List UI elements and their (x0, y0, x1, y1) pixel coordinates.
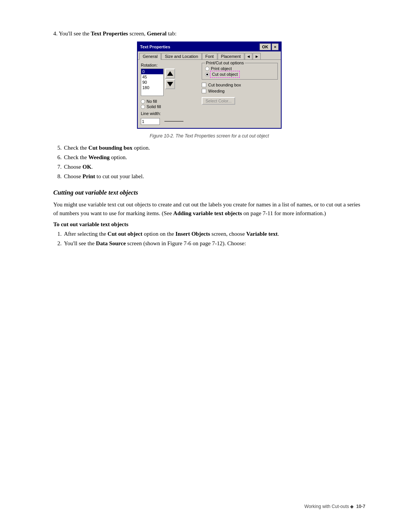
step4-intro: 4. You'll see the Text Properties screen… (53, 30, 365, 37)
cut-bounding-box-checkbox[interactable] (202, 83, 206, 87)
footer-text: Working with Cut-outs ◆ 10-7 (304, 504, 365, 509)
tab-scroll-left[interactable]: ◄ (245, 53, 253, 59)
line-sample (164, 121, 183, 121)
cut-out-object-radio[interactable] (205, 72, 209, 77)
step-8: 8. Choose Print to cut out your label. (53, 173, 365, 180)
select-color-button[interactable]: Select Color... (202, 97, 235, 105)
no-fill-option[interactable]: No fill (141, 99, 198, 104)
print-cut-options: Print object Cut out object (205, 65, 274, 77)
dialog-content: Rotation: 0 45 90 180 (138, 60, 281, 128)
text-properties-dialog: Text Properties OK × General Size and Lo… (137, 42, 282, 129)
rotation-item-0[interactable]: 0 (141, 69, 163, 74)
step-7: 7. Choose OK. (53, 164, 365, 170)
line-width-display (141, 117, 198, 125)
weeding-checkbox[interactable] (202, 89, 206, 93)
sub-steps-list: 1. After selecting the Cut out object op… (53, 231, 365, 247)
titlebar-buttons: OK × (260, 43, 279, 50)
section-body-end: on page 7-11 for more information.) (242, 210, 326, 216)
rotation-item-90[interactable]: 90 (141, 80, 163, 85)
solid-fill-radio[interactable] (141, 105, 145, 109)
rotation-arrows (165, 69, 175, 89)
select-color-container: Select Color... (202, 96, 278, 105)
dialog-title: Text Properties (140, 45, 170, 49)
print-object-option[interactable]: Print object (205, 66, 274, 71)
rotate-up-button[interactable] (165, 69, 175, 78)
steps-list: 5. Check the Cut bounding box option. 6.… (53, 145, 365, 180)
sub-step2-content: You'll see the Data Source screen (shown… (64, 240, 246, 247)
print-object-label: Print object (211, 66, 232, 71)
no-fill-radio[interactable] (141, 99, 145, 104)
step-6: 6. Check the Weeding option. (53, 154, 365, 161)
general-bold: General (147, 30, 167, 37)
cut-out-object-option[interactable]: Cut out object (205, 72, 274, 77)
section-body: You might use variable text cut out obje… (53, 200, 365, 217)
print-cut-group: Print/Cut out options Print object Cut o… (202, 63, 278, 80)
sub-step-2: 2. You'll see the Data Source screen (sh… (53, 240, 365, 247)
section-body-bold: Adding variable text objects (173, 210, 242, 216)
dialog-close-button[interactable]: × (272, 43, 279, 50)
fill-options: No fill Solid fill (141, 99, 198, 109)
step5-num: 5. (53, 145, 62, 151)
solid-fill-option[interactable]: Solid fill (141, 104, 198, 109)
tab-general[interactable]: General (139, 53, 161, 60)
weeding-label: Weeding (208, 89, 225, 93)
step4-text: 4. You'll see the (53, 30, 91, 37)
step4-mid: screen, (128, 30, 147, 37)
section-heading: Cutting out variable text objects (53, 189, 365, 197)
step7-num: 7. (53, 164, 62, 170)
text-properties-bold: Text Properties (91, 30, 128, 37)
sub-heading: To cut out variable text objects (53, 221, 365, 228)
tab-placement[interactable]: Placement (218, 53, 244, 59)
dialog-left-panel: Rotation: 0 45 90 180 (141, 63, 198, 125)
step6-num: 6. (53, 154, 62, 161)
step8-content: Choose Print to cut out your label. (64, 173, 144, 180)
cut-out-object-label: Cut out object (211, 72, 239, 77)
dialog-titlebar: Text Properties OK × (138, 42, 281, 51)
solid-fill-label: Solid fill (147, 104, 161, 109)
line-width-section: Line width: (141, 111, 198, 125)
rotation-area: 0 45 90 180 (141, 69, 198, 96)
page-footer: Working with Cut-outs ◆ 10-7 (304, 504, 365, 509)
rotate-down-button[interactable] (165, 79, 175, 89)
rotation-label: Rotation: (141, 63, 198, 67)
cut-bounding-box-label: Cut bounding box (208, 83, 241, 87)
print-cut-legend: Print/Cut out options (205, 61, 245, 65)
print-object-radio[interactable] (205, 67, 209, 71)
line-width-input[interactable] (141, 118, 160, 125)
sub-step-1: 1. After selecting the Cut out object op… (53, 231, 365, 237)
sub-step1-num: 1. (53, 231, 62, 237)
step5-content: Check the Cut bounding box option. (64, 145, 150, 151)
tab-size-location[interactable]: Size and Location (161, 53, 201, 59)
cut-bounding-box-option[interactable]: Cut bounding box (202, 83, 278, 87)
arrow-up-icon (167, 71, 173, 76)
dialog-tabs: General Size and Location Font Placement… (138, 51, 281, 60)
tab-font[interactable]: Font (202, 53, 217, 59)
page-number: 10-7 (356, 504, 365, 509)
sub-step1-content: After selecting the Cut out object optio… (64, 231, 279, 237)
dialog-container: Text Properties OK × General Size and Lo… (137, 42, 282, 129)
rotation-item-180[interactable]: 180 (141, 85, 163, 90)
line-width-label: Line width: (141, 111, 198, 116)
sub-step2-num: 2. (53, 240, 62, 247)
dialog-right-panel: Print/Cut out options Print object Cut o… (202, 63, 278, 125)
step6-content: Check the Weeding option. (64, 154, 127, 161)
rotation-item-45[interactable]: 45 (141, 74, 163, 80)
arrow-down-icon (167, 82, 173, 86)
step7-content: Choose OK. (64, 164, 93, 170)
figure-caption: Figure 10-2. The Text Properties screen … (53, 133, 365, 139)
tab-scroll-right[interactable]: ► (253, 53, 261, 59)
no-fill-label: No fill (147, 99, 157, 104)
step-5: 5. Check the Cut bounding box option. (53, 145, 365, 151)
rotation-list[interactable]: 0 45 90 180 (141, 69, 164, 96)
weeding-option[interactable]: Weeding (202, 89, 278, 93)
step8-num: 8. (53, 173, 62, 180)
dialog-ok-button[interactable]: OK (260, 43, 271, 50)
step4-end: tab: (167, 30, 177, 37)
